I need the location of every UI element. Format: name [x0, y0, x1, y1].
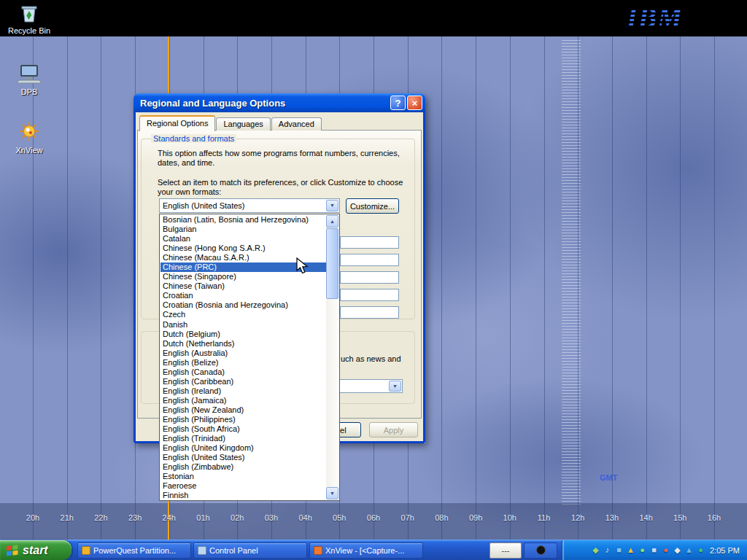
hour-label: 01h	[196, 513, 209, 522]
timezone-line	[646, 36, 647, 540]
desktop-icon-label: Recycle Bin	[7, 26, 51, 35]
taskbar-tasks: PowerQuest Partition...Control PanelXnVi…	[71, 540, 423, 560]
chevron-down-icon[interactable]: ▼	[326, 200, 338, 211]
taskbar: start PowerQuest Partition...Control Pan…	[0, 540, 747, 560]
ibm-logo: IBM	[627, 1, 683, 34]
hour-label: 09h	[469, 513, 482, 522]
desktop-icon-xnview[interactable]: XnView	[7, 121, 51, 155]
gmt-label: GMT	[600, 473, 617, 482]
desktop-icon-label: DPB	[7, 88, 51, 96]
list-scrollbar[interactable]: ▲ ▼	[326, 215, 338, 499]
language-option[interactable]: Danish	[160, 320, 326, 330]
hour-label: 05h	[333, 513, 346, 522]
language-option[interactable]: Faeroese	[160, 481, 326, 491]
sample-field-fragment[interactable]	[340, 254, 399, 266]
keyboard-layout-icon[interactable]: ◆	[673, 545, 682, 555]
customize-button[interactable]: Customize...	[346, 198, 399, 214]
scroll-up-icon[interactable]: ▲	[326, 215, 338, 228]
hour-label: 13h	[605, 513, 619, 522]
language-option[interactable]: Bosnian (Latin, Bosnia and Herzegovina)	[160, 215, 326, 225]
scrollbar-thumb[interactable]	[326, 228, 338, 299]
timezone-line	[67, 36, 68, 540]
dialog-titlebar[interactable]: Regional and Language Options ? ×	[133, 93, 425, 112]
language-option[interactable]: English (Belize)	[160, 358, 326, 368]
volume-icon[interactable]: ♪	[603, 545, 612, 555]
taskbar-spacer	[423, 540, 489, 560]
messenger-icon[interactable]: ●	[696, 545, 705, 555]
top-banner: IBM	[0, 0, 747, 36]
chevron-down-icon[interactable]: ▼	[389, 381, 401, 392]
start-button[interactable]: start	[0, 540, 71, 560]
desktop-icon-dpb[interactable]: DPB	[7, 63, 51, 96]
language-dropdown-list: Bosnian (Latin, Bosnia and Herzegovina)B…	[159, 214, 340, 501]
sample-field-fragment[interactable]	[340, 271, 399, 284]
display-icon[interactable]: ■	[649, 545, 659, 555]
language-option[interactable]: English (Trinidad)	[160, 434, 326, 443]
taskbar-overflow-button[interactable]: ---	[489, 542, 522, 559]
hour-label: 14h	[639, 513, 652, 522]
language-option[interactable]: English (South Africa)	[160, 424, 326, 434]
language-option[interactable]: English (Zimbabwe)	[160, 462, 326, 472]
tab-strip: Regional OptionsLanguagesAdvanced	[139, 115, 322, 131]
taskbar-task-button[interactable]: XnView - [<Capture-...	[309, 542, 423, 559]
hour-label: 23h	[128, 513, 142, 522]
apply-button[interactable]: Apply	[369, 422, 418, 438]
language-option[interactable]: Chinese (Hong Kong S.A.R.)	[160, 244, 326, 253]
language-option[interactable]: English (United States)	[160, 453, 326, 462]
sample-field-fragment[interactable]	[340, 289, 399, 301]
hour-label: 02h	[231, 513, 244, 522]
laptop-icon	[17, 63, 42, 85]
hour-label: 07h	[401, 513, 414, 522]
hour-label: 12h	[571, 513, 584, 522]
standards-description: This option affects how some programs fo…	[158, 149, 407, 168]
powerquest-folder-icon	[82, 546, 90, 555]
language-option[interactable]: Dutch (Netherlands)	[160, 339, 326, 349]
taskbar-toolbar-button[interactable]	[524, 542, 557, 559]
language-option[interactable]: English (New Zealand)	[160, 405, 326, 415]
scheduler-icon[interactable]: ▲	[684, 545, 694, 555]
close-button[interactable]: ×	[407, 96, 422, 110]
language-option[interactable]: Finnish	[160, 491, 326, 499]
tab-regional-options[interactable]: Regional Options	[139, 115, 215, 131]
help-button[interactable]: ?	[390, 96, 406, 110]
language-option[interactable]: English (Australia)	[160, 349, 326, 358]
tab-advanced[interactable]: Advanced	[271, 117, 322, 131]
language-option[interactable]: Catalan	[160, 234, 326, 244]
tab-languages[interactable]: Languages	[216, 117, 270, 131]
language-option[interactable]: Croatian	[160, 291, 326, 300]
timezone-line	[680, 36, 681, 540]
taskbar-task-button[interactable]: PowerQuest Partition...	[77, 542, 191, 559]
desktop: GMT 20h21h22h23h24h01h02h03h04h05h06h07h…	[0, 0, 747, 560]
desktop-icon-recycle-bin[interactable]: Recycle Bin	[7, 3, 51, 35]
sample-field-fragment[interactable]	[340, 236, 399, 249]
taskbar-task-button[interactable]: Control Panel	[193, 542, 307, 559]
system-tray: ◆♪■▲●■●◆▲● 2:05 PM	[562, 540, 747, 560]
language-option[interactable]: English (Jamaica)	[160, 396, 326, 405]
language-option[interactable]: English (Ireland)	[160, 386, 326, 396]
language-option[interactable]: English (Philippines)	[160, 415, 326, 424]
language-option[interactable]: Croatian (Bosnia and Herzegovina)	[160, 300, 326, 310]
shield-icon[interactable]: ▲	[626, 545, 635, 555]
network-icon[interactable]: ■	[614, 545, 624, 555]
battery-icon[interactable]: ●	[638, 545, 647, 555]
update-icon[interactable]: ●	[661, 545, 670, 555]
format-combobox[interactable]: English (United States) ▼	[159, 198, 340, 213]
hour-label: 20h	[26, 513, 39, 522]
scroll-down-icon[interactable]: ▼	[326, 487, 338, 499]
language-option[interactable]: Chinese (Taiwan)	[160, 281, 326, 291]
language-option[interactable]: Bulgarian	[160, 225, 326, 234]
language-option[interactable]: Czech	[160, 310, 326, 319]
hour-label: 10h	[503, 513, 516, 522]
timezone-line	[544, 36, 545, 540]
sample-field-fragment[interactable]	[340, 306, 399, 319]
language-option[interactable]: Dutch (Belgium)	[160, 330, 326, 339]
language-option[interactable]: English (Canada)	[160, 368, 326, 377]
language-option[interactable]: English (United Kingdom)	[160, 443, 326, 453]
format-combobox-value: English (United States)	[163, 201, 245, 210]
language-option[interactable]: English (Caribbean)	[160, 377, 326, 386]
language-option[interactable]: Estonian	[160, 472, 326, 481]
safely-remove-icon[interactable]: ◆	[591, 545, 600, 555]
windows-logo-icon	[6, 544, 19, 556]
hour-label: 03h	[265, 513, 278, 522]
taskbar-clock[interactable]: 2:05 PM	[710, 546, 740, 555]
